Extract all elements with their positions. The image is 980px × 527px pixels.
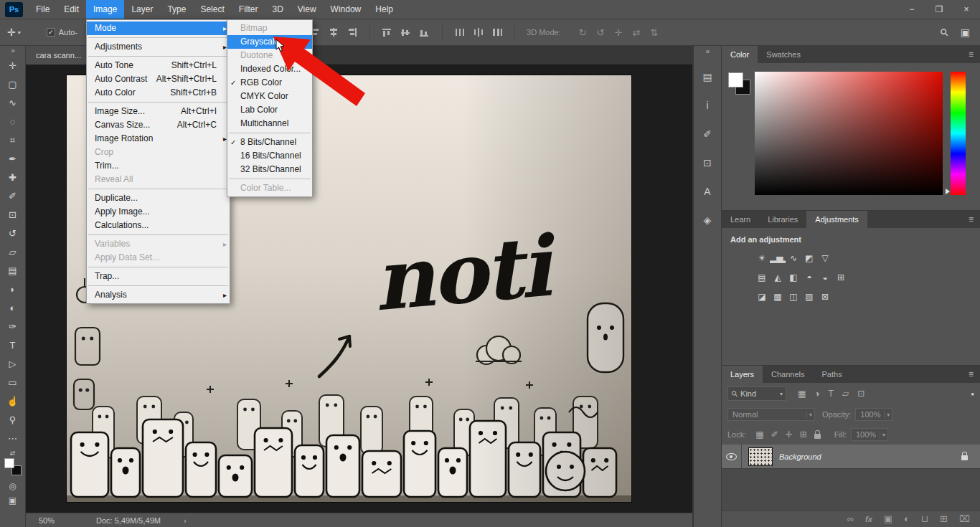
menu-item-auto-tone[interactable]: Auto ToneShift+Ctrl+L: [87, 59, 230, 72]
color-balance-icon[interactable]: ◭: [770, 272, 786, 283]
menu-item-calculations[interactable]: Calculations...: [87, 219, 230, 232]
menu-item-grayscale[interactable]: Grayscale: [227, 35, 312, 49]
hue-slider-marker[interactable]: [946, 189, 950, 194]
layer-row-background[interactable]: Background: [722, 445, 980, 469]
dodge-tool[interactable]: ◐: [0, 299, 26, 318]
lock-transparent-pixels-icon[interactable]: ▦: [755, 429, 763, 440]
blur-tool[interactable]: ◗: [0, 280, 26, 299]
layer-effects-icon[interactable]: fx: [865, 511, 872, 527]
path-selection-tool[interactable]: ▷: [0, 355, 26, 374]
toolbar-collapse-icon[interactable]: »: [0, 46, 25, 57]
hue-saturation-icon[interactable]: ▤: [754, 272, 770, 283]
vibrance-icon[interactable]: ▽: [817, 253, 833, 263]
menu-item-image-size[interactable]: Image Size...Alt+Ctrl+I: [87, 105, 230, 118]
lock-position-icon[interactable]: ✛: [786, 429, 793, 440]
tab-swatches[interactable]: Swatches: [758, 46, 809, 63]
photo-filter-icon[interactable]: ◓: [801, 272, 817, 283]
hand-tool[interactable]: ☝: [0, 392, 26, 411]
layers-panel-menu-icon[interactable]: ≡: [969, 366, 980, 383]
foreground-color-swatch[interactable]: [728, 72, 743, 87]
minimize-button[interactable]: −: [898, 0, 925, 19]
lasso-tool[interactable]: ∿: [0, 94, 26, 113]
menu-3d[interactable]: 3D: [265, 0, 290, 19]
tab-layers[interactable]: Layers: [722, 366, 763, 383]
exposure-icon[interactable]: ◩: [801, 253, 817, 263]
link-layers-icon[interactable]: ∞: [847, 511, 854, 527]
type-tool[interactable]: T: [0, 336, 26, 355]
history-brush-tool[interactable]: ↺: [0, 224, 26, 243]
close-button[interactable]: ×: [953, 0, 980, 19]
levels-icon[interactable]: ▂▅▂: [770, 253, 786, 263]
opacity-select[interactable]: 100% ▾: [855, 408, 892, 421]
properties-panel-icon[interactable]: ▤: [702, 66, 712, 95]
menu-item-apply-image[interactable]: Apply Image...: [87, 205, 230, 219]
menu-layer[interactable]: Layer: [124, 0, 160, 19]
layer-filter-kind-select[interactable]: ⚲ Kind ▾: [727, 386, 786, 401]
foreground-color-swatch[interactable]: [4, 458, 14, 468]
pen-tool[interactable]: ✑: [0, 318, 26, 336]
filter-adjustment-icon[interactable]: ◑: [814, 389, 819, 399]
brightness-contrast-icon[interactable]: ☀: [754, 253, 770, 263]
status-chevron-icon[interactable]: ›: [184, 516, 187, 525]
lock-image-pixels-icon[interactable]: ✐: [771, 429, 778, 440]
gradient-tool[interactable]: ▤: [0, 262, 26, 280]
restore-button[interactable]: ❐: [925, 0, 953, 19]
menu-item-mode[interactable]: Mode▸: [87, 22, 230, 35]
menu-item-auto-contrast[interactable]: Auto ContrastAlt+Shift+Ctrl+L: [87, 72, 230, 86]
brush-tool[interactable]: ✐: [0, 187, 26, 206]
layer-group-icon[interactable]: ⊔: [921, 511, 928, 527]
brush-settings-panel-icon[interactable]: ✐: [703, 123, 712, 152]
tab-color[interactable]: Color: [722, 46, 758, 63]
swap-colors-icon[interactable]: ⇄: [4, 450, 22, 457]
adjustments-panel-menu-icon[interactable]: ≡: [969, 211, 980, 228]
panel-strip-collapse-icon[interactable]: «: [706, 46, 710, 57]
3d-panel-icon[interactable]: ◈: [704, 209, 712, 238]
lock-nesting-icon[interactable]: ⊞: [800, 429, 807, 440]
menu-item-cmyk-color[interactable]: CMYK Color: [227, 90, 312, 103]
delete-layer-icon[interactable]: ⌧: [959, 511, 970, 527]
tab-paths[interactable]: Paths: [814, 366, 851, 383]
menu-item-canvas-size[interactable]: Canvas Size...Alt+Ctrl+C: [87, 118, 230, 132]
menu-item-multichannel[interactable]: Multichannel: [227, 117, 312, 130]
menu-item-32-bits-channel[interactable]: 32 Bits/Channel: [227, 163, 312, 176]
menu-item-duplicate[interactable]: Duplicate...: [87, 191, 230, 205]
filter-shape-icon[interactable]: ▱: [842, 389, 849, 399]
move-tool[interactable]: ✛: [0, 57, 26, 75]
channel-mixer-icon[interactable]: ◒: [817, 272, 833, 283]
menu-item-analysis[interactable]: Analysis▸: [87, 288, 230, 302]
edit-toolbar-icon[interactable]: ⋯: [0, 429, 26, 448]
color-panel-swatches[interactable]: [727, 72, 755, 100]
lock-all-icon[interactable]: [814, 434, 821, 439]
shape-tool[interactable]: ▭: [0, 374, 26, 392]
menu-view[interactable]: View: [291, 0, 324, 19]
clone-source-panel-icon[interactable]: ⊡: [703, 152, 712, 181]
menu-select[interactable]: Select: [193, 0, 231, 19]
layer-name[interactable]: Background: [779, 452, 821, 461]
tab-channels[interactable]: Channels: [763, 366, 813, 383]
layer-lock-icon[interactable]: [961, 455, 968, 460]
hue-slider[interactable]: [951, 72, 966, 195]
eraser-tool[interactable]: ▱: [0, 243, 26, 262]
adjustment-layer-icon[interactable]: ◐: [904, 511, 910, 527]
zoom-tool[interactable]: ⚲: [0, 411, 26, 429]
marquee-tool[interactable]: ▢: [0, 75, 26, 94]
menu-help[interactable]: Help: [368, 0, 400, 19]
filter-type-icon[interactable]: T: [829, 389, 834, 399]
document-tab[interactable]: cara scann...: [26, 46, 92, 65]
crop-tool[interactable]: ⌗: [0, 131, 26, 150]
fill-select[interactable]: 100% ▾: [851, 428, 888, 441]
auto-select-checkbox[interactable]: ✓: [47, 28, 55, 37]
eyedropper-tool[interactable]: ✒: [0, 150, 26, 168]
visibility-toggle[interactable]: [722, 445, 742, 469]
menu-item-auto-color[interactable]: Auto ColorShift+Ctrl+B: [87, 86, 230, 100]
invert-icon[interactable]: ◪: [754, 292, 770, 302]
color-field[interactable]: [755, 72, 943, 195]
screen-mode-icon[interactable]: ▣: [9, 493, 17, 508]
menu-item-lab-color[interactable]: Lab Color: [227, 103, 312, 117]
tab-learn[interactable]: Learn: [722, 211, 759, 228]
black-white-icon[interactable]: ◧: [786, 272, 801, 283]
menu-item-rgb-color[interactable]: ✓RGB Color: [227, 76, 312, 90]
posterize-icon[interactable]: ▦: [770, 292, 786, 302]
color-lookup-icon[interactable]: ⊞: [833, 272, 849, 283]
menu-item-8-bits-channel[interactable]: ✓8 Bits/Channel: [227, 136, 312, 149]
